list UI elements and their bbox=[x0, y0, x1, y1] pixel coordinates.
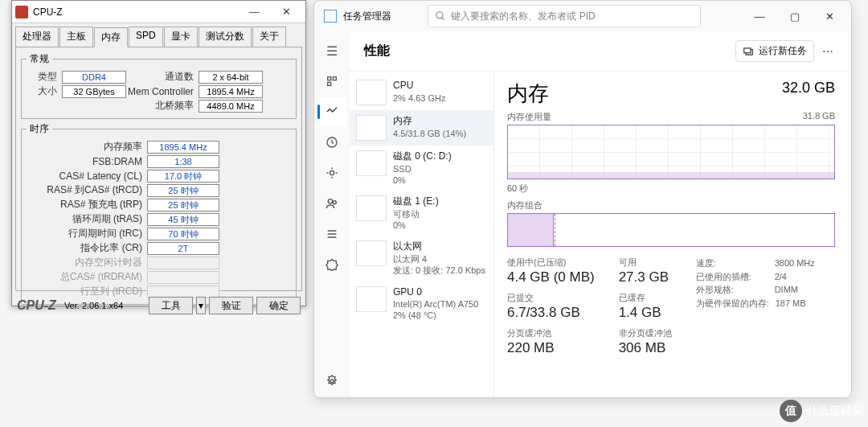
search-input[interactable]: 键入要搜索的名称、发布者或 PID bbox=[428, 5, 701, 27]
svg-rect-4 bbox=[328, 82, 331, 85]
resource-sub: 4.5/31.8 GB (14%) bbox=[393, 128, 466, 139]
resource-name: 磁盘 1 (E:) bbox=[393, 195, 439, 208]
tm-icon bbox=[324, 10, 337, 23]
page-title: 性能 bbox=[364, 43, 390, 60]
minimize-button[interactable]: — bbox=[742, 10, 777, 23]
spec-row: 已使用的插槽:2/4 bbox=[696, 270, 815, 284]
timing-value: 17.0 时钟 bbox=[147, 170, 219, 183]
timing-value: 25 时钟 bbox=[147, 184, 219, 197]
performance-icon[interactable] bbox=[317, 97, 346, 126]
resource-sub2: 2% (48 °C) bbox=[393, 310, 478, 321]
settings-icon[interactable] bbox=[317, 367, 346, 396]
svg-point-17 bbox=[330, 380, 334, 383]
timing-value: 1895.4 MHz bbox=[147, 141, 219, 154]
resource-sub: 以太网 4 bbox=[393, 253, 485, 265]
resource-item[interactable]: GPU 0 Intel(R) Arc(TM) A750 2% (48 °C) bbox=[350, 281, 493, 326]
usage-label: 内存使用量 bbox=[507, 111, 551, 123]
svg-point-12 bbox=[333, 201, 336, 204]
run-icon bbox=[743, 46, 754, 57]
tm-titlebar: 任务管理器 键入要搜索的名称、发布者或 PID — ▢ ✕ bbox=[314, 1, 851, 31]
tab-mainboard[interactable]: 主板 bbox=[59, 27, 93, 47]
tm-title: 任务管理器 bbox=[343, 10, 391, 23]
watermark-icon: 值 bbox=[780, 400, 802, 422]
resource-item[interactable]: CPU 2% 4.63 GHz bbox=[350, 75, 493, 110]
spec-row: 为硬件保留的内存:187 MB bbox=[696, 297, 815, 310]
tab-bench[interactable]: 测试分数 bbox=[199, 27, 252, 47]
resource-item[interactable]: 以太网 以太网 4 发送: 0 接收: 72.0 Kbps bbox=[350, 236, 493, 281]
memory-specs: 速度:3800 MHz已使用的插槽:2/4外形规格:DIMM为硬件保留的内存:1… bbox=[696, 257, 815, 363]
minimize-button[interactable]: — bbox=[238, 6, 270, 18]
resource-item[interactable]: 内存 4.5/31.8 GB (14%) bbox=[350, 110, 493, 146]
services-icon[interactable] bbox=[317, 250, 346, 279]
cpuz-icon bbox=[15, 6, 28, 18]
timing-label-disabled: 行至列 (tRCD) bbox=[27, 285, 147, 298]
resource-name: CPU bbox=[393, 80, 445, 92]
validate-button[interactable]: 验证 bbox=[209, 297, 253, 314]
svg-rect-2 bbox=[328, 77, 331, 80]
tm-content: 性能 运行新任务 ⋯ CPU 2% 4.63 GHz 内存 4.5/31.8 bbox=[350, 31, 848, 397]
tab-cpu[interactable]: 处理器 bbox=[15, 27, 59, 47]
svg-line-1 bbox=[442, 18, 444, 20]
tools-dropdown[interactable]: ▾ bbox=[196, 297, 206, 314]
nb-label: 北桥频率 bbox=[126, 99, 199, 113]
resource-sub2: 0% bbox=[393, 174, 452, 186]
tab-memory[interactable]: 内存 bbox=[94, 27, 128, 47]
processes-icon[interactable] bbox=[317, 67, 346, 96]
timing-value-empty bbox=[147, 257, 219, 269]
svg-point-11 bbox=[328, 199, 332, 203]
spec-row: 速度:3800 MHz bbox=[696, 257, 815, 270]
channels-value: 2 x 64-bit bbox=[199, 71, 263, 84]
hamburger-icon[interactable]: ☰ bbox=[317, 36, 346, 65]
startup-icon[interactable] bbox=[317, 158, 346, 187]
composition-label: 内存组合 bbox=[507, 199, 542, 211]
tab-graphics[interactable]: 显卡 bbox=[164, 27, 198, 47]
timing-label: RAS# 到CAS# (tRCD) bbox=[27, 183, 147, 197]
sixty-label: 60 秒 bbox=[507, 183, 835, 195]
resource-sub: 可移动 bbox=[393, 208, 439, 220]
tab-about[interactable]: 关于 bbox=[252, 27, 286, 47]
resource-thumb bbox=[356, 240, 387, 266]
details-icon[interactable] bbox=[317, 220, 346, 248]
resource-sub2: 发送: 0 接收: 72.0 Kbps bbox=[393, 265, 485, 276]
type-label: 类型 bbox=[27, 70, 62, 84]
run-task-button[interactable]: 运行新任务 bbox=[735, 40, 814, 62]
resource-name: 内存 bbox=[393, 115, 466, 128]
watermark-text: 什么值得买 bbox=[807, 404, 863, 418]
svg-point-0 bbox=[436, 12, 443, 18]
memory-stats: 使用中(已压缩)4.4 GB (0 MB) 已提交6.7/33.8 GB 分页缓… bbox=[507, 257, 835, 363]
memory-composition bbox=[507, 213, 835, 247]
history-icon[interactable] bbox=[317, 128, 346, 157]
tm-main: ☰ 性能 运行新任务 ⋯ CPU bbox=[314, 31, 851, 397]
timing-label-disabled: 内存空闲计时器 bbox=[27, 256, 147, 269]
ok-button[interactable]: 确定 bbox=[256, 297, 301, 314]
resource-item[interactable]: 磁盘 0 (C: D:) SSD 0% bbox=[350, 146, 493, 191]
timing-value: 1:38 bbox=[147, 155, 219, 168]
search-placeholder: 键入要搜索的名称、发布者或 PID bbox=[451, 10, 595, 23]
nb-value: 4489.0 MHz bbox=[199, 100, 263, 113]
close-button[interactable]: ✕ bbox=[813, 10, 848, 23]
timings-legend: 时序 bbox=[27, 122, 52, 136]
close-button[interactable]: ✕ bbox=[270, 6, 302, 18]
maximize-button[interactable]: ▢ bbox=[777, 10, 813, 23]
resource-sub: SSD bbox=[393, 163, 452, 174]
timing-value: 2T bbox=[147, 242, 219, 255]
resource-thumb bbox=[356, 286, 387, 312]
tab-spd[interactable]: SPD bbox=[129, 27, 163, 47]
users-icon[interactable] bbox=[317, 189, 346, 218]
resource-sub: 2% 4.63 GHz bbox=[393, 92, 445, 104]
cpuz-footer: CPU-Z Ver. 2.06.1.x64 工具▾ 验证 确定 bbox=[12, 294, 305, 317]
timing-label: 循环周期 (tRAS) bbox=[27, 212, 147, 226]
size-label: 大小 bbox=[27, 84, 62, 98]
more-button[interactable]: ⋯ bbox=[822, 45, 833, 58]
watermark: 值 什么值得买 bbox=[780, 400, 863, 422]
timing-value: 25 时钟 bbox=[147, 199, 219, 211]
resource-name: 磁盘 0 (C: D:) bbox=[393, 150, 452, 163]
general-group: 常规 类型 DDR4 通道数 2 x 64-bit 大小 32 GBytes M… bbox=[21, 52, 297, 119]
resource-item[interactable]: 磁盘 1 (E:) 可移动 0% bbox=[350, 191, 493, 236]
search-icon bbox=[435, 10, 446, 22]
tools-button[interactable]: 工具 bbox=[149, 297, 193, 314]
svg-rect-18 bbox=[744, 47, 751, 52]
timing-label: CAS# Latency (CL) bbox=[27, 170, 147, 182]
cpuz-tabs: 处理器 主板 内存 SPD 显卡 测试分数 关于 bbox=[12, 23, 305, 47]
timing-value-empty bbox=[147, 271, 219, 284]
